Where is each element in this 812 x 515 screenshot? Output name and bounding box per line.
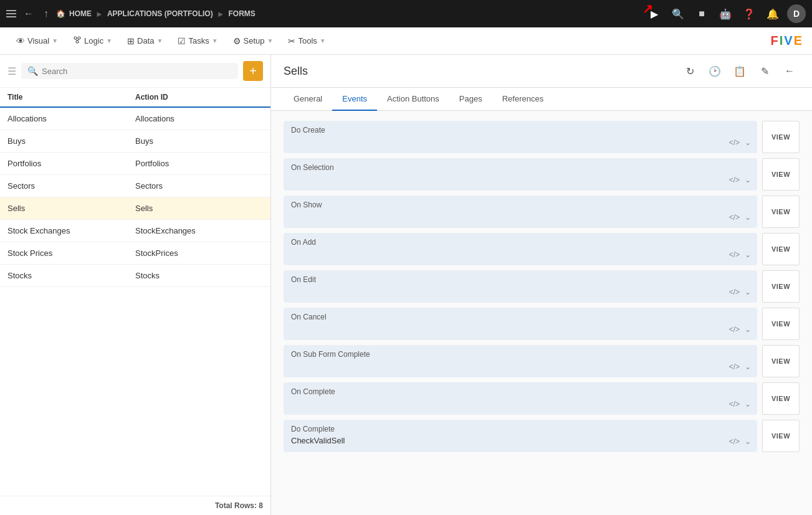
list-item[interactable]: AllocationsAllocations (0, 108, 270, 130)
code-icon[interactable]: </> (728, 324, 741, 335)
tab-events[interactable]: Events (332, 88, 377, 111)
list-item-title: Sectors (7, 181, 135, 191)
view-button[interactable]: VIEW (762, 382, 800, 415)
tab-pages[interactable]: Pages (449, 88, 492, 111)
view-button[interactable]: VIEW (762, 308, 800, 340)
logic-chevron: ▼ (106, 37, 112, 44)
copy-button[interactable]: 📋 (730, 61, 750, 81)
avatar-button[interactable]: D (787, 4, 806, 23)
tabs: GeneralEventsAction ButtonsPagesReferenc… (271, 88, 812, 111)
expand-icon[interactable]: ⌄ (743, 174, 752, 186)
nav-logic[interactable]: Logic ▼ (67, 32, 118, 50)
nav-tasks[interactable]: ☑ Tasks ▼ (171, 32, 224, 50)
expand-icon[interactable]: ⌄ (743, 212, 752, 223)
history-button[interactable]: 🕑 (705, 61, 725, 81)
event-field-do-create[interactable]: Do Create</>⌄ (284, 121, 757, 153)
code-icon[interactable]: </> (728, 399, 741, 410)
event-controls: </>⌄ (728, 324, 752, 335)
expand-icon[interactable]: ⌄ (743, 249, 752, 260)
expand-icon[interactable]: ⌄ (743, 137, 752, 148)
refresh-button[interactable]: ↻ (680, 61, 700, 81)
view-button[interactable]: VIEW (762, 345, 800, 377)
list-item[interactable]: PortfoliosPortfolios (0, 153, 270, 175)
tools-icon: ✂ (288, 36, 295, 46)
event-field-on-edit[interactable]: On Edit</>⌄ (284, 270, 757, 303)
list-item[interactable]: SellsSells (0, 197, 270, 220)
view-button[interactable]: VIEW (762, 158, 800, 191)
view-button[interactable]: VIEW (762, 420, 800, 452)
robot-button[interactable]: 🤖 (716, 4, 735, 23)
breadcrumb-applications[interactable]: APPLICATIONS (PORTFOLIO) (107, 9, 213, 18)
event-field-on-sub-form-complete[interactable]: On Sub Form Complete</>⌄ (284, 345, 757, 377)
event-controls: </>⌄ (728, 249, 752, 260)
code-icon[interactable]: </> (728, 174, 741, 186)
help-button[interactable]: ❓ (740, 4, 758, 23)
breadcrumb-forms[interactable]: FORMS (229, 9, 256, 18)
topbar: ← ↑ 🏠 HOME ► APPLICATIONS (PORTFOLIO) ► … (0, 0, 812, 27)
events-content: Do Create</>⌄VIEWOn Selection</>⌄VIEWOn … (271, 111, 812, 515)
expand-icon[interactable]: ⌄ (743, 436, 752, 447)
nav-data[interactable]: ⊞ Data ▼ (121, 32, 169, 50)
tools-chevron: ▼ (320, 37, 326, 44)
nav-visual[interactable]: 👁 Visual ▼ (10, 32, 64, 50)
list-item-action: StockExchanges (135, 226, 263, 235)
code-icon[interactable]: </> (728, 137, 741, 148)
list-item-action: StockPrices (135, 248, 263, 258)
tab-references[interactable]: References (492, 88, 553, 111)
view-button[interactable]: VIEW (762, 270, 800, 303)
visual-chevron: ▼ (52, 37, 58, 44)
back-button[interactable]: ← (21, 6, 36, 22)
code-icon[interactable]: </> (728, 361, 741, 372)
event-field-do-complete[interactable]: Do CompleteCheckValidSell</>⌄ (284, 420, 757, 452)
event-field-on-show[interactable]: On Show</>⌄ (284, 196, 757, 228)
list-item-action: Portfolios (135, 159, 263, 168)
expand-icon[interactable]: ⌄ (743, 399, 752, 410)
list-item[interactable]: SectorsSectors (0, 175, 270, 197)
list-item[interactable]: Stock PricesStockPrices (0, 242, 270, 265)
nav-tools[interactable]: ✂ Tools ▼ (282, 32, 332, 50)
event-field-on-add[interactable]: On Add</>⌄ (284, 233, 757, 265)
code-icon[interactable]: </> (728, 212, 741, 223)
event-field-on-selection[interactable]: On Selection</>⌄ (284, 158, 757, 191)
expand-icon[interactable]: ⌄ (743, 286, 752, 298)
play-button[interactable]: ▶ (645, 4, 664, 23)
event-field-on-cancel[interactable]: On Cancel</>⌄ (284, 308, 757, 340)
five-logo: FIVE (771, 34, 802, 48)
notification-button[interactable]: 🔔 (763, 4, 782, 23)
view-button[interactable]: VIEW (762, 233, 800, 265)
list-item-action: Sectors (135, 181, 263, 191)
list-item[interactable]: BuysBuys (0, 130, 270, 153)
tab-action-buttons[interactable]: Action Buttons (377, 88, 449, 111)
menu-icon[interactable] (6, 10, 16, 17)
edit-button[interactable]: ✎ (755, 61, 775, 81)
code-icon[interactable]: </> (728, 249, 741, 260)
nav-setup[interactable]: ⚙ Setup ▼ (227, 32, 280, 50)
expand-icon[interactable]: ⌄ (743, 361, 752, 372)
breadcrumb-home[interactable]: 🏠 HOME (56, 9, 92, 18)
list-item-action: Stocks (135, 271, 263, 280)
view-button[interactable]: VIEW (762, 121, 800, 153)
list-item[interactable]: Stock ExchangesStockExchanges (0, 220, 270, 242)
content-actions: ↻ 🕑 📋 ✎ ← (680, 61, 800, 81)
event-value: CheckValidSell (291, 436, 345, 445)
search-button[interactable]: 🔍 (669, 4, 687, 23)
event-field-on-complete[interactable]: On Complete</>⌄ (284, 382, 757, 415)
add-button[interactable]: + (243, 61, 263, 81)
event-row: Do Create</>⌄VIEW (284, 121, 800, 153)
search-input[interactable] (42, 67, 232, 76)
expand-icon[interactable]: ⌄ (743, 324, 752, 335)
topbar-actions: ▶ 🔍 ■ 🤖 ❓ 🔔 D (645, 4, 806, 23)
tab-general[interactable]: General (284, 88, 332, 111)
event-label: On Show (291, 201, 322, 209)
content-title: Sells (284, 65, 308, 78)
view-button[interactable]: VIEW (762, 196, 800, 228)
logic-icon (73, 35, 82, 46)
list-item-title: Buys (7, 136, 135, 146)
stop-button[interactable]: ■ (692, 4, 711, 23)
list-item[interactable]: StocksStocks (0, 265, 270, 287)
forward-button[interactable]: ↑ (41, 6, 51, 22)
code-icon[interactable]: </> (728, 436, 741, 447)
code-icon[interactable]: </> (728, 286, 741, 298)
list-item-action: Buys (135, 136, 263, 146)
close-button[interactable]: ← (780, 61, 800, 81)
